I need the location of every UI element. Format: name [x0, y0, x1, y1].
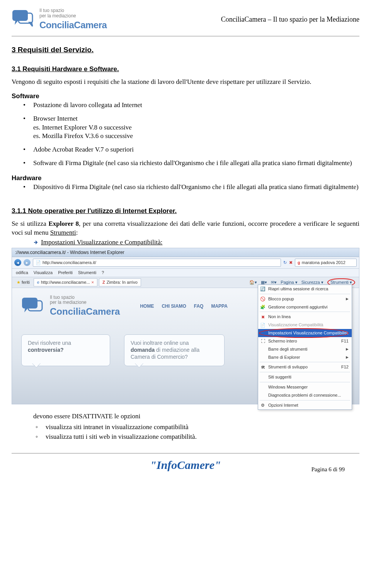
software-label: Software	[12, 92, 359, 101]
devtools-icon: 🛠	[260, 364, 265, 370]
stop-icon[interactable]: ✖	[289, 260, 293, 266]
dropdown-item[interactable]: 🛠 Strumenti di sviluppoF12	[258, 363, 352, 371]
ie-icon: e	[37, 280, 39, 285]
dropdown-item: 📄 Visualizzazione Compatibilità	[258, 321, 352, 329]
forward-button-icon[interactable]: ►	[24, 259, 31, 266]
search-field[interactable]: g maratona padova 2012	[295, 259, 357, 267]
fullscreen-icon: ⛶	[260, 338, 265, 344]
hardware-label: Hardware	[12, 174, 359, 183]
page-header: Il tuo spazio per la mediazione Concilia…	[12, 0, 359, 36]
ie-menubar: odifica Visualizza Preferiti Strumenti ?	[12, 269, 359, 277]
svg-rect-4	[22, 298, 37, 308]
menu-item[interactable]: Preferiti	[58, 270, 73, 276]
dropdown-item[interactable]: Siti suggeriti	[258, 373, 352, 381]
document-title: ConciliaCamera – Il tuo spazio per la Me…	[221, 8, 359, 24]
dropdown-item[interactable]: Windows Messenger	[258, 383, 352, 391]
dropdown-item[interactable]: ⛶ Schermo interoF11	[258, 337, 352, 345]
heading-3-1-1: 3.1.1 Note operative per l'utilizzo di I…	[12, 207, 359, 216]
back-button-icon[interactable]: ◄	[14, 259, 21, 266]
compat-view-icon: 📄	[260, 322, 265, 328]
dropdown-item[interactable]: Diagnostica problemi di connessione...	[258, 391, 352, 399]
logo-tagline: Il tuo spazio per la mediazione	[39, 8, 107, 19]
dropdown-item[interactable]: Barre degli strumenti▶	[258, 345, 352, 353]
reopen-icon: 🔄	[260, 286, 265, 292]
favorites-label[interactable]: ★ feriti	[14, 279, 32, 286]
nav-item[interactable]: MAPPA	[211, 303, 227, 309]
logo-wordmark: ConciliaCamera	[39, 19, 107, 31]
dropdown-item-highlighted[interactable]: Impostazioni Visualizzazione Compatibili…	[258, 329, 352, 337]
list-item: Software di Firma Digitale (nel caso sia…	[33, 159, 359, 168]
document-body: 3 Requisiti del Servizio. 3.1 Requisiti …	[12, 36, 359, 441]
list-item: Dispositivo di Firma Digitale (nel caso …	[33, 183, 359, 192]
menu-item[interactable]: ?	[102, 270, 104, 276]
hardware-list: Dispositivo di Firma Digitale (nel caso …	[12, 183, 359, 192]
nav-item[interactable]: FAQ	[194, 303, 204, 309]
close-icon[interactable]: ×	[92, 280, 94, 285]
tools-dropdown: 🔄 Riapri ultima sessione di ricerca 🚫 Bl…	[258, 285, 352, 410]
home-icon[interactable]: 🏠▾	[249, 280, 257, 285]
offline-icon: ✖	[260, 314, 265, 320]
refresh-icon[interactable]: ↻	[283, 260, 287, 266]
menu-item[interactable]: Strumenti	[78, 270, 96, 276]
nav-item[interactable]: HOME	[140, 303, 154, 309]
speech-bubble-left: Devi risolvere una controversia?	[21, 334, 110, 366]
google-icon: g	[298, 260, 300, 266]
intro-paragraph: Vengono di seguito esposti i requisiti c…	[12, 78, 359, 87]
list-item: Browser Internet es. Internet Explorer V…	[33, 114, 359, 141]
heading-3: 3 Requisiti del Servizio.	[12, 45, 359, 55]
page-icon: 📄	[36, 260, 41, 266]
addons-icon: 🧩	[260, 304, 265, 310]
list-item: Postazione di lavoro collegata ad Intern…	[33, 101, 359, 110]
ie-screenshot: ://www.conciliacamera.it/ - Windows Inte…	[12, 248, 359, 404]
speech-bubble-right: Vuoi inoltrare online una domanda di med…	[124, 334, 225, 366]
browser-tab[interactable]: Z Zimbra: In arrivo	[99, 278, 141, 286]
ie-addressbar: ◄ ► 📄 http://www.conciliacamera.it/ ↻ ✖ …	[12, 257, 359, 269]
dropdown-item[interactable]: 🧩 Gestione componenti aggiuntivi	[258, 303, 352, 311]
post-screenshot-note: devono essere DISATTIVATE le opzioni	[12, 412, 359, 421]
menu-item[interactable]: Visualizza	[34, 270, 53, 276]
url-field[interactable]: 📄 http://www.conciliacamera.it/	[33, 259, 281, 267]
ie-note-paragraph: Se si utilizza Explorer 8, per una corre…	[12, 220, 359, 237]
page-tagline: Il tuo spazioper la mediazione	[50, 295, 120, 306]
disable-options-list: visualizza siti intranet in visualizzazi…	[12, 423, 359, 441]
dropdown-item[interactable]: 🚫 Blocco popup▶	[258, 295, 352, 303]
popup-icon: 🚫	[260, 296, 265, 302]
zimbra-icon: Z	[102, 280, 105, 285]
list-item: visualizza tutti i siti web in visualizz…	[46, 433, 359, 441]
dropdown-item[interactable]: Barre di Explorer▶	[258, 353, 352, 361]
dropdown-item[interactable]: 🔄 Riapri ultima sessione di ricerca	[258, 285, 352, 293]
list-item: visualizza siti intranet in visualizzazi…	[46, 423, 359, 432]
page-number: Pagina 6 di 99	[311, 465, 345, 473]
dropdown-item[interactable]: ⚙ Opzioni Internet	[258, 401, 352, 409]
menu-item[interactable]: odifica	[16, 270, 28, 276]
heading-3-1: 3.1 Requisiti Hardware e Software.	[12, 65, 359, 74]
page-nav: HOME CHI SIAMO FAQ MAPPA	[140, 303, 227, 309]
ie-titlebar: ://www.conciliacamera.it/ - Windows Inte…	[12, 248, 359, 257]
infocamere-logo: "InfoCamere"	[150, 457, 221, 473]
compat-settings-bullet: Impostazioni Visualizzazione e Compatibi…	[12, 238, 359, 247]
svg-marker-3	[29, 22, 32, 26]
speech-bubble-logo-icon	[12, 9, 35, 31]
page-logo-wordmark: ConciliaCamera	[50, 305, 120, 318]
svg-rect-0	[12, 10, 28, 21]
star-icon: ★	[17, 280, 20, 285]
gear-icon: ⚙	[260, 402, 265, 408]
page-footer: "InfoCamere" Pagina 6 di 99	[12, 453, 359, 481]
list-item: Adobe Acrobat Reader V.7 o superiori	[33, 145, 359, 154]
compat-settings-link: Impostazioni Visualizzazione e Compatibi…	[41, 238, 163, 247]
browser-tab[interactable]: e http://www.conciliacame... ×	[34, 278, 97, 286]
software-list: Postazione di lavoro collegata ad Intern…	[12, 101, 359, 168]
arrow-right-icon	[33, 240, 39, 245]
nav-item[interactable]: CHI SIAMO	[162, 303, 186, 309]
logo-block: Il tuo spazio per la mediazione Concilia…	[12, 8, 107, 31]
speech-bubble-logo-icon	[21, 296, 44, 317]
dropdown-item[interactable]: ✖ Non in linea	[258, 313, 352, 321]
